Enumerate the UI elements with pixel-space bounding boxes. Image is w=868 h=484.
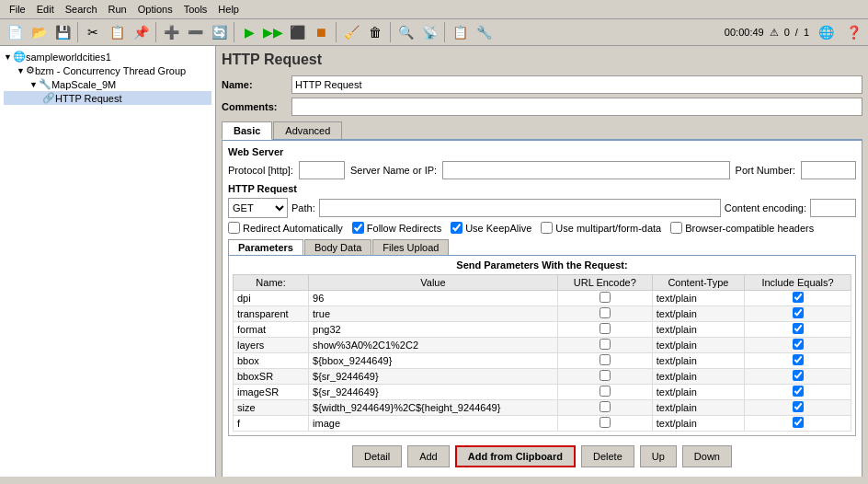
comments-input[interactable] bbox=[291, 98, 862, 116]
detail-button[interactable]: Detail bbox=[352, 445, 402, 467]
tree-item-mapscale[interactable]: ▼ 🔧 MapScale_9M bbox=[4, 77, 211, 91]
param-name-cell: dpi bbox=[234, 291, 309, 306]
method-select[interactable]: GET POST PUT DELETE bbox=[228, 198, 288, 218]
copy-button[interactable]: 📋 bbox=[106, 21, 128, 43]
param-url-encode-cell[interactable] bbox=[557, 416, 652, 432]
param-content-type-cell: text/plain bbox=[652, 400, 744, 416]
table-row: bbox ${bbox_9244649} text/plain bbox=[234, 353, 851, 369]
name-input[interactable] bbox=[291, 75, 862, 94]
clear-button[interactable]: 🧹 bbox=[340, 21, 362, 43]
inner-tab-bodydata[interactable]: Body Data bbox=[304, 239, 371, 255]
param-include-equals-cell[interactable] bbox=[745, 385, 851, 400]
remote-button[interactable]: 📡 bbox=[418, 21, 440, 43]
menu-file[interactable]: File bbox=[4, 2, 31, 17]
protocol-input[interactable] bbox=[299, 161, 345, 179]
shutdown-button[interactable]: ⏹ bbox=[310, 21, 332, 43]
browser-label: Browser-compatible headers bbox=[685, 223, 814, 234]
server-label: Server Name or IP: bbox=[350, 165, 437, 176]
inner-tabs: Parameters Body Data Files Upload bbox=[228, 239, 856, 256]
menu-help[interactable]: Help bbox=[212, 2, 245, 17]
delete-button[interactable]: Delete bbox=[581, 445, 634, 467]
remote-engines-button[interactable]: 🌐 bbox=[815, 21, 837, 43]
menu-search[interactable]: Search bbox=[60, 2, 103, 17]
param-include-equals-cell[interactable] bbox=[745, 400, 851, 416]
clear-all-button[interactable]: 🗑 bbox=[364, 21, 386, 43]
start-button[interactable]: ▶ bbox=[238, 21, 260, 43]
main-tabs: Basic Advanced Web Server Protocol [http… bbox=[222, 121, 862, 477]
browser-checkbox[interactable] bbox=[670, 222, 682, 234]
table-row: size ${width_9244649}%2C${height_9244649… bbox=[234, 400, 851, 416]
param-url-encode-cell[interactable] bbox=[557, 291, 652, 306]
separator-1 bbox=[77, 22, 78, 42]
up-button[interactable]: Up bbox=[640, 445, 677, 467]
tab-content-basic: Web Server Protocol [http]: Server Name … bbox=[222, 141, 862, 477]
save-button[interactable]: 💾 bbox=[51, 21, 74, 43]
keepalive-checkbox[interactable] bbox=[451, 222, 463, 234]
table-row: transparent true text/plain bbox=[234, 306, 851, 322]
param-content-type-cell: text/plain bbox=[652, 416, 744, 432]
multipart-checkbox[interactable] bbox=[541, 222, 553, 234]
menu-run[interactable]: Run bbox=[103, 2, 132, 17]
param-value-cell: ${width_9244649}%2C${height_9244649} bbox=[309, 400, 558, 416]
param-url-encode-cell[interactable] bbox=[557, 338, 652, 353]
param-include-equals-cell[interactable] bbox=[745, 322, 851, 338]
param-url-encode-cell[interactable] bbox=[557, 369, 652, 385]
param-name-cell: size bbox=[234, 400, 309, 416]
separator-5 bbox=[390, 22, 391, 42]
help-button[interactable]: ❓ bbox=[842, 21, 864, 43]
new-button[interactable]: 📄 bbox=[4, 21, 26, 43]
tab-advanced[interactable]: Advanced bbox=[273, 121, 342, 139]
config-button[interactable]: 🔧 bbox=[473, 21, 495, 43]
path-input[interactable] bbox=[319, 199, 721, 217]
checkbox-keepalive: Use KeepAlive bbox=[451, 222, 531, 234]
menu-options[interactable]: Options bbox=[132, 2, 178, 17]
param-include-equals-cell[interactable] bbox=[745, 306, 851, 322]
separator-4 bbox=[336, 22, 337, 42]
encoding-input[interactable] bbox=[810, 199, 856, 217]
expand-icon-bzm: ▼ bbox=[17, 66, 25, 75]
inner-tab-filesupload[interactable]: Files Upload bbox=[372, 239, 449, 255]
col-header-content-type: Content-Type bbox=[652, 275, 744, 291]
param-include-equals-cell[interactable] bbox=[745, 369, 851, 385]
param-url-encode-cell[interactable] bbox=[557, 400, 652, 416]
table-row: layers show%3A0%2C1%2C2 text/plain bbox=[234, 338, 851, 353]
checkbox-follow: Follow Redirects bbox=[352, 222, 441, 234]
param-include-equals-cell[interactable] bbox=[745, 291, 851, 306]
menu-tools[interactable]: Tools bbox=[178, 2, 213, 17]
search-icon-btn[interactable]: 🔍 bbox=[394, 21, 417, 43]
tree-item-sampleworldcities[interactable]: ▼ 🌐 sampleworldcities1 bbox=[4, 50, 211, 63]
tree-item-httprequest[interactable]: 🔗 HTTP Request bbox=[4, 91, 211, 105]
tree-item-bzm[interactable]: ▼ ⚙ bzm - Concurrency Thread Group bbox=[4, 63, 211, 77]
param-url-encode-cell[interactable] bbox=[557, 353, 652, 369]
list-button[interactable]: 📋 bbox=[449, 21, 471, 43]
error-separator: / bbox=[795, 27, 798, 38]
col-header-url-encode: URL Encode? bbox=[557, 275, 652, 291]
param-url-encode-cell[interactable] bbox=[557, 385, 652, 400]
follow-checkbox[interactable] bbox=[352, 222, 364, 234]
down-button[interactable]: Down bbox=[682, 445, 732, 467]
param-url-encode-cell[interactable] bbox=[557, 322, 652, 338]
param-include-equals-cell[interactable] bbox=[745, 416, 851, 432]
add-button[interactable]: ➕ bbox=[160, 21, 182, 43]
param-include-equals-cell[interactable] bbox=[745, 338, 851, 353]
paste-button[interactable]: 📌 bbox=[130, 21, 152, 43]
stop-button[interactable]: ⬛ bbox=[286, 21, 308, 43]
tree-label-sampleworldcities: sampleworldcities1 bbox=[26, 52, 111, 63]
menu-edit[interactable]: Edit bbox=[31, 2, 60, 17]
menu-bar: File Edit Search Run Options Tools Help bbox=[0, 0, 868, 19]
redirect-checkbox[interactable] bbox=[228, 222, 240, 234]
port-input[interactable] bbox=[801, 161, 856, 179]
open-button[interactable]: 📂 bbox=[28, 21, 50, 43]
tab-basic[interactable]: Basic bbox=[222, 121, 272, 140]
add-param-button[interactable]: Add bbox=[407, 445, 450, 467]
refresh-button[interactable]: 🔄 bbox=[208, 21, 230, 43]
param-include-equals-cell[interactable] bbox=[745, 353, 851, 369]
cut-button[interactable]: ✂ bbox=[82, 21, 104, 43]
server-input[interactable] bbox=[442, 161, 730, 179]
remove-button[interactable]: ➖ bbox=[184, 21, 206, 43]
param-name-cell: bboxSR bbox=[234, 369, 309, 385]
add-from-clipboard-button[interactable]: Add from Clipboard bbox=[455, 445, 576, 467]
start-no-pause-button[interactable]: ▶▶ bbox=[262, 21, 284, 43]
inner-tab-parameters[interactable]: Parameters bbox=[228, 239, 303, 255]
param-url-encode-cell[interactable] bbox=[557, 306, 652, 322]
